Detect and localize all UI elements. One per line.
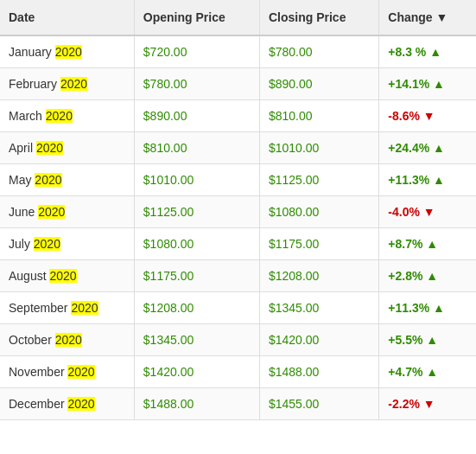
year-badge: 2020 bbox=[60, 77, 87, 91]
change-value: +11.3% bbox=[388, 173, 429, 187]
change-cell: -2.2% ▼ bbox=[379, 388, 476, 420]
closing-price-cell: $1208.00 bbox=[259, 260, 378, 292]
date-cell: April 2020 bbox=[0, 132, 134, 164]
closing-price-cell: $810.00 bbox=[259, 100, 378, 132]
change-cell: +2.8% ▲ bbox=[379, 260, 476, 292]
date-cell: August 2020 bbox=[0, 260, 134, 292]
table-row: November 2020$1420.00$1488.00+4.7% ▲ bbox=[0, 356, 476, 388]
year-badge: 2020 bbox=[71, 301, 98, 315]
year-badge: 2020 bbox=[55, 45, 82, 59]
opening-price-cell: $1125.00 bbox=[134, 196, 259, 228]
change-value: +4.7% bbox=[388, 365, 422, 379]
change-arrow: ▼ bbox=[423, 397, 435, 411]
change-cell: -4.0% ▼ bbox=[379, 196, 476, 228]
closing-price-header: Closing Price bbox=[259, 0, 378, 35]
change-arrow: ▲ bbox=[433, 173, 445, 187]
change-arrow: ▼ bbox=[423, 205, 435, 219]
year-badge: 2020 bbox=[67, 397, 94, 411]
opening-price-cell: $720.00 bbox=[134, 35, 259, 68]
year-badge: 2020 bbox=[34, 237, 60, 251]
date-cell: November 2020 bbox=[0, 356, 134, 388]
change-arrow: ▲ bbox=[433, 77, 445, 91]
change-arrow: ▲ bbox=[426, 333, 438, 347]
date-cell: July 2020 bbox=[0, 228, 134, 260]
year-badge: 2020 bbox=[36, 141, 63, 155]
change-cell: -8.6% ▼ bbox=[379, 100, 476, 132]
change-cell: +4.7% ▲ bbox=[379, 356, 476, 388]
table-row: September 2020$1208.00$1345.00+11.3% ▲ bbox=[0, 292, 476, 324]
closing-price-cell: $1488.00 bbox=[259, 356, 378, 388]
closing-price-cell: $1080.00 bbox=[259, 196, 378, 228]
date-cell: March 2020 bbox=[0, 100, 134, 132]
opening-price-cell: $1488.00 bbox=[134, 388, 259, 420]
year-badge: 2020 bbox=[67, 365, 94, 379]
opening-price-cell: $1080.00 bbox=[134, 228, 259, 260]
change-value: +5.5% bbox=[388, 333, 422, 347]
opening-price-cell: $1175.00 bbox=[134, 260, 259, 292]
closing-price-cell: $1345.00 bbox=[259, 292, 378, 324]
closing-price-cell: $1420.00 bbox=[259, 324, 378, 356]
opening-price-cell: $1345.00 bbox=[134, 324, 259, 356]
year-badge: 2020 bbox=[38, 205, 65, 219]
change-value: +24.4% bbox=[388, 141, 429, 155]
change-header: Change ▼ bbox=[379, 0, 476, 35]
change-value: +14.1% bbox=[388, 77, 429, 91]
closing-price-cell: $1010.00 bbox=[259, 132, 378, 164]
change-cell: +14.1% ▲ bbox=[379, 68, 476, 100]
change-value: +8.3 % bbox=[388, 45, 426, 59]
year-badge: 2020 bbox=[35, 173, 61, 187]
closing-price-cell: $1175.00 bbox=[259, 228, 378, 260]
change-arrow: ▲ bbox=[426, 269, 438, 283]
opening-price-cell: $1010.00 bbox=[134, 164, 259, 196]
table-row: February 2020$780.00$890.00+14.1% ▲ bbox=[0, 68, 476, 100]
price-table: Date Opening Price Closing Price Change … bbox=[0, 0, 476, 420]
change-value: -8.6% bbox=[388, 109, 420, 123]
closing-price-cell: $1125.00 bbox=[259, 164, 378, 196]
change-cell: +5.5% ▲ bbox=[379, 324, 476, 356]
change-cell: +24.4% ▲ bbox=[379, 132, 476, 164]
date-cell: September 2020 bbox=[0, 292, 134, 324]
closing-price-cell: $780.00 bbox=[259, 35, 378, 68]
change-value: -2.2% bbox=[388, 397, 420, 411]
change-cell: +11.3% ▲ bbox=[379, 292, 476, 324]
date-cell: February 2020 bbox=[0, 68, 134, 100]
change-arrow: ▲ bbox=[426, 365, 438, 379]
opening-price-cell: $1208.00 bbox=[134, 292, 259, 324]
table-row: May 2020$1010.00$1125.00+11.3% ▲ bbox=[0, 164, 476, 196]
year-badge: 2020 bbox=[55, 333, 82, 347]
date-cell: May 2020 bbox=[0, 164, 134, 196]
closing-price-cell: $1455.00 bbox=[259, 388, 378, 420]
table-row: July 2020$1080.00$1175.00+8.7% ▲ bbox=[0, 228, 476, 260]
opening-price-header: Opening Price bbox=[134, 0, 259, 35]
date-cell: January 2020 bbox=[0, 35, 134, 68]
change-arrow: ▲ bbox=[433, 301, 445, 315]
opening-price-cell: $1420.00 bbox=[134, 356, 259, 388]
table-row: October 2020$1345.00$1420.00+5.5% ▲ bbox=[0, 324, 476, 356]
change-value: +11.3% bbox=[388, 301, 429, 315]
change-value: -4.0% bbox=[388, 205, 420, 219]
change-arrow: ▼ bbox=[423, 109, 435, 123]
table-row: June 2020$1125.00$1080.00-4.0% ▼ bbox=[0, 196, 476, 228]
change-cell: +8.7% ▲ bbox=[379, 228, 476, 260]
table-row: April 2020$810.00$1010.00+24.4% ▲ bbox=[0, 132, 476, 164]
change-value: +8.7% bbox=[388, 237, 422, 251]
change-arrow: ▲ bbox=[429, 45, 441, 59]
opening-price-cell: $810.00 bbox=[134, 132, 259, 164]
date-cell: December 2020 bbox=[0, 388, 134, 420]
date-cell: June 2020 bbox=[0, 196, 134, 228]
table-row: March 2020$890.00$810.00-8.6% ▼ bbox=[0, 100, 476, 132]
table-row: August 2020$1175.00$1208.00+2.8% ▲ bbox=[0, 260, 476, 292]
change-value: +2.8% bbox=[388, 269, 422, 283]
table-row: December 2020$1488.00$1455.00-2.2% ▼ bbox=[0, 388, 476, 420]
year-badge: 2020 bbox=[49, 269, 76, 283]
opening-price-cell: $780.00 bbox=[134, 68, 259, 100]
change-cell: +11.3% ▲ bbox=[379, 164, 476, 196]
year-badge: 2020 bbox=[46, 109, 73, 123]
change-cell: +8.3 % ▲ bbox=[379, 35, 476, 68]
table-row: January 2020$720.00$780.00+8.3 % ▲ bbox=[0, 35, 476, 68]
change-arrow: ▲ bbox=[426, 237, 438, 251]
opening-price-cell: $890.00 bbox=[134, 100, 259, 132]
date-cell: October 2020 bbox=[0, 324, 134, 356]
change-arrow: ▲ bbox=[433, 141, 445, 155]
closing-price-cell: $890.00 bbox=[259, 68, 378, 100]
